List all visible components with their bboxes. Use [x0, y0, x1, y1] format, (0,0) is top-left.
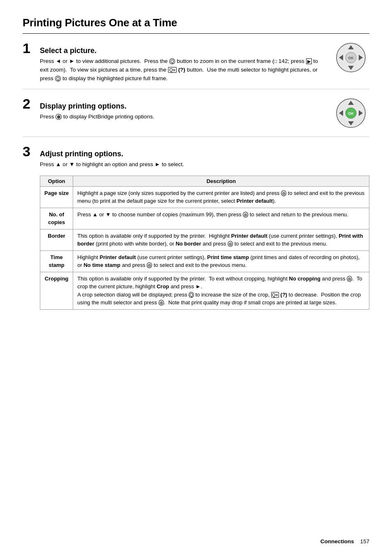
- table-row: Cropping This option is available only i…: [40, 272, 369, 309]
- step-2-image: OK: [332, 97, 369, 131]
- step-3-intro: Press ▲ or ▼ to highlight an option and …: [40, 160, 369, 169]
- step-2-body: Press ⊛ to display PictBridge printing o…: [40, 113, 324, 121]
- table-row: Border This option is available only if …: [40, 229, 369, 250]
- footer-spacer: [355, 538, 359, 544]
- step-1-image: OK: [332, 41, 369, 75]
- step-2-number: 2: [23, 97, 34, 111]
- svg-text:OK: OK: [348, 56, 354, 60]
- footer-page-number: 157: [360, 538, 369, 544]
- step-2-section: 2 Display printing options. Press ⊛ to d…: [23, 89, 369, 137]
- options-table: Option Description Page size Highlight a…: [40, 176, 369, 310]
- option-desc-cropping: This option is available only if support…: [73, 272, 369, 309]
- page-title: Printing Pictures One at a Time: [23, 16, 369, 29]
- step-3-section: 3 Adjust printing options. Press ▲ or ▼ …: [23, 137, 369, 315]
- step-1-title: Select a picture.: [40, 46, 97, 55]
- table-row: No. ofcopies Press ▲ or ▼ to choose numb…: [40, 208, 369, 229]
- option-desc-timestamp: Highlight Printer default (use current p…: [73, 250, 369, 272]
- footer: Connections 157: [321, 538, 369, 544]
- option-desc-border: This option is available only if support…: [73, 229, 369, 250]
- option-label-cropping: Cropping: [40, 272, 73, 309]
- option-label-timestamp: Timestamp: [40, 250, 73, 272]
- table-header-description: Description: [73, 176, 369, 186]
- step-2-title: Display printing options.: [40, 102, 127, 111]
- step-3-number: 3: [23, 144, 34, 158]
- step-1-body: Press ◄ or ► to view additional pictures…: [40, 57, 324, 83]
- table-row: Page size Highlight a page size (only si…: [40, 186, 369, 208]
- footer-section: Connections: [321, 538, 354, 544]
- option-label-pagesize: Page size: [40, 186, 73, 208]
- table-header-option: Option: [40, 176, 73, 186]
- step-1-number: 1: [23, 41, 34, 55]
- step-1-section: 1 Select a picture. Press ◄ or ► to view…: [23, 34, 369, 89]
- option-desc-copies: Press ▲ or ▼ to choose number of copies …: [73, 208, 369, 229]
- table-row: Timestamp Highlight Printer default (use…: [40, 250, 369, 272]
- svg-text:OK: OK: [348, 111, 354, 116]
- step-3-body: Press ▲ or ▼ to highlight an option and …: [40, 160, 369, 310]
- option-label-copies: No. ofcopies: [40, 208, 73, 229]
- option-label-border: Border: [40, 229, 73, 250]
- option-desc-pagesize: Highlight a page size (only sizes suppor…: [73, 186, 369, 208]
- step-3-title: Adjust printing options.: [40, 150, 123, 158]
